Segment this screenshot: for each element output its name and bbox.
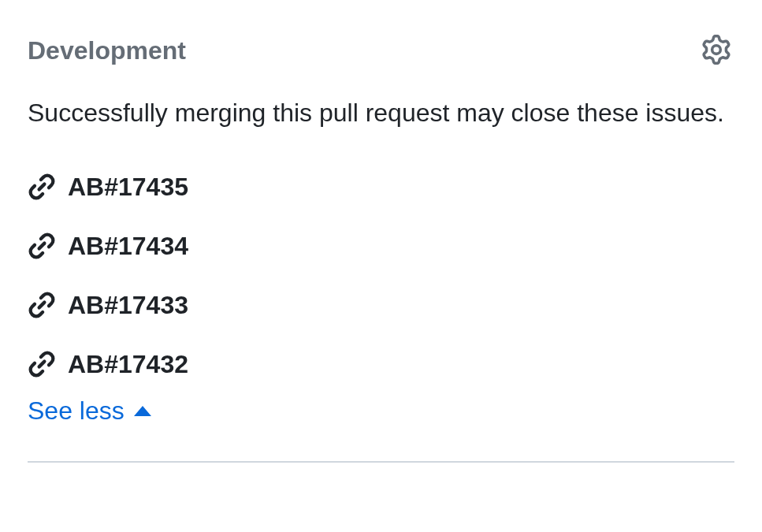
linked-issue-item: AB#17432 — [28, 350, 734, 379]
linked-issue-item: AB#17433 — [28, 291, 734, 320]
linked-issue-label[interactable]: AB#17434 — [68, 232, 188, 261]
linked-issue-label[interactable]: AB#17433 — [68, 291, 188, 320]
settings-button[interactable] — [698, 32, 734, 70]
development-description: Successfully merging this pull request m… — [28, 94, 734, 133]
linked-issues-list: AB#17435 AB#17434 AB#17433 — [28, 173, 734, 379]
link-icon — [28, 291, 56, 319]
linked-issue-item: AB#17435 — [28, 173, 734, 202]
see-less-toggle[interactable]: See less — [28, 396, 151, 426]
gear-icon — [701, 35, 731, 67]
linked-issue-label[interactable]: AB#17432 — [68, 350, 188, 379]
development-title: Development — [28, 36, 186, 65]
section-divider — [28, 461, 734, 463]
link-icon — [28, 350, 56, 378]
caret-up-icon — [134, 406, 151, 416]
see-less-label: See less — [28, 396, 125, 426]
development-header: Development — [28, 32, 734, 70]
link-icon — [28, 173, 56, 201]
link-icon — [28, 232, 56, 260]
linked-issue-item: AB#17434 — [28, 232, 734, 261]
linked-issue-label[interactable]: AB#17435 — [68, 173, 188, 202]
